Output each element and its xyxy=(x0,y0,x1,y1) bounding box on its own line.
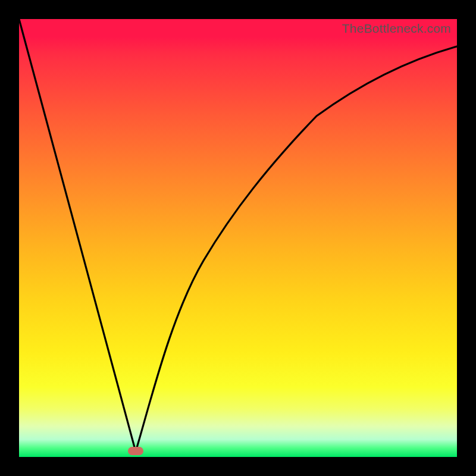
chart-frame: TheBottleneck.com xyxy=(0,0,476,476)
plot-area: TheBottleneck.com xyxy=(19,19,457,457)
minimum-marker xyxy=(128,447,143,455)
bottleneck-curve xyxy=(19,19,457,452)
curve-svg xyxy=(19,19,457,457)
